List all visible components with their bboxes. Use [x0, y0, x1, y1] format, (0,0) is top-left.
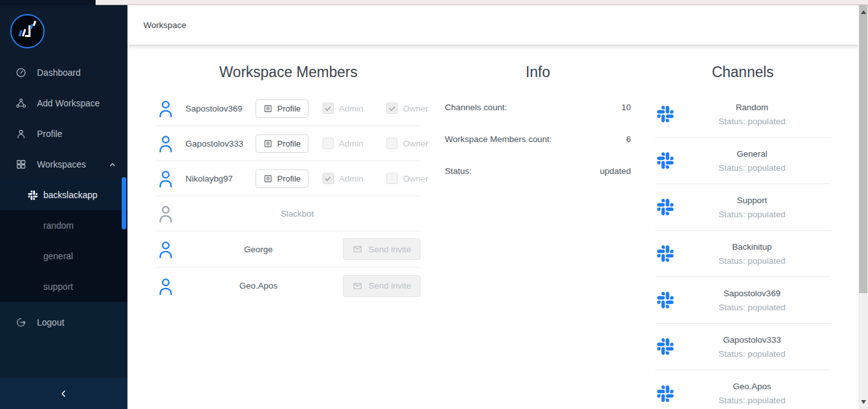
sidebar-item-channel-support[interactable]: support [0, 271, 127, 302]
scrollbar-up-arrow[interactable] [858, 9, 868, 15]
top-bar: Workspace [127, 5, 858, 45]
logout-icon [15, 317, 27, 328]
page-scrollbar[interactable] [858, 5, 868, 409]
sidebar-nav: Dashboard Add Workspace Profile Workspac… [0, 57, 127, 180]
sidebar-scrollbar-thumb[interactable] [122, 177, 126, 229]
slack-icon [657, 292, 674, 308]
sidebar-item-dashboard[interactable]: Dashboard [0, 57, 127, 88]
slack-icon [28, 190, 38, 200]
sidebar-channel-label: general [43, 251, 73, 261]
owner-checkbox-group: Owner [386, 173, 428, 184]
browser-top-strip-dark-segment [0, 0, 96, 5]
channel-name: Sapostolov369 [674, 289, 830, 298]
channel-status: Status: populated [674, 396, 830, 405]
sidebar-item-add-workspace[interactable]: Add Workspace [0, 88, 127, 118]
active-workspace-label: backslackapp [43, 190, 98, 200]
channels-list: Random Status: populated General Status:… [655, 91, 830, 409]
profile-button[interactable]: Profile [256, 169, 308, 188]
channel-row: Support Status: populated [655, 184, 830, 231]
admin-checkbox-label: Admin [339, 139, 363, 148]
sidebar-item-label: Profile [37, 129, 62, 139]
channel-info: Gapostolov333 Status: populated [674, 335, 830, 359]
sidebar-item-profile[interactable]: Profile [0, 118, 127, 149]
member-name: Gapostolov333 [185, 139, 256, 148]
info-section: Info Channels count: 10 Workspace Member… [445, 45, 631, 187]
send-invite-label: Send invite [368, 281, 411, 291]
admin-checkbox-label: Admin [339, 104, 363, 113]
logout-section: Logout [0, 302, 127, 378]
owner-checkbox[interactable] [386, 138, 398, 149]
channel-name: General [674, 149, 830, 159]
user-icon [157, 99, 174, 117]
channel-info: Support Status: populated [674, 196, 830, 219]
info-row: Status: updated [445, 155, 631, 187]
admin-checkbox-group: Admin [322, 173, 363, 184]
send-invite-button[interactable]: Send invite [343, 238, 421, 260]
admin-checkbox[interactable] [322, 138, 334, 149]
owner-checkbox-group: Owner [386, 138, 428, 149]
channel-status: Status: populated [674, 210, 830, 219]
chevron-up-icon [108, 160, 117, 169]
slack-icon [657, 199, 674, 215]
scrollbar-down-arrow[interactable] [858, 399, 868, 405]
profile-button[interactable]: Profile [256, 134, 308, 153]
sidebar-item-active-workspace[interactable]: backslackapp [0, 180, 127, 210]
profile-card-icon [263, 104, 273, 113]
dashboard-icon [15, 67, 27, 78]
chevron-left-icon [58, 388, 69, 399]
owner-checkbox[interactable] [386, 173, 398, 184]
sidebar-item-channel-random[interactable]: random [0, 210, 127, 241]
channel-row: General Status: populated [655, 138, 830, 184]
user-icon [157, 134, 174, 152]
sidebar-item-label: Dashboard [37, 68, 81, 78]
info-label: Workspace Members count: [445, 134, 552, 144]
add-workspace-icon [15, 97, 27, 109]
channel-info: Sapostolov369 Status: populated [674, 289, 830, 312]
info-row: Workspace Members count: 6 [445, 123, 631, 155]
channel-status: Status: populated [674, 303, 830, 312]
owner-checkbox-label: Owner [403, 104, 428, 113]
member-name: Geo.Apos [174, 281, 343, 291]
app-logo [10, 14, 45, 48]
channel-info: Backinitup Status: populated [674, 242, 830, 266]
send-invite-label: Send invite [368, 245, 411, 254]
page-scrollbar-thumb[interactable] [859, 5, 867, 293]
info-list: Channels count: 10 Workspace Members cou… [445, 91, 631, 187]
slack-icon [657, 385, 674, 402]
sidebar-item-workspaces[interactable]: Workspaces [0, 149, 127, 180]
sidebar: Dashboard Add Workspace Profile Workspac… [0, 5, 127, 409]
channel-row: Backinitup Status: populated [655, 231, 830, 277]
sidebar-collapse-button[interactable] [0, 378, 127, 409]
member-row: Gapostolov333 Profile Admin Owner [156, 126, 421, 161]
channel-name: Support [674, 196, 830, 205]
workspace-members-section: Workspace Members Sapostolov369 Profile … [156, 45, 421, 304]
channel-name: Random [674, 103, 830, 112]
info-value: 6 [626, 134, 631, 144]
sidebar-item-channel-general[interactable]: general [0, 241, 127, 271]
info-section-title: Info [445, 64, 631, 81]
send-invite-button[interactable]: Send invite [343, 275, 421, 297]
member-row: George Send invite [156, 231, 421, 268]
logout-label: Logout [37, 317, 64, 327]
channels-section-title: Channels [655, 64, 830, 81]
channel-status: Status: populated [674, 256, 830, 266]
channel-status: Status: populated [674, 349, 830, 359]
owner-checkbox[interactable] [386, 103, 398, 114]
channel-info: Geo.Apos Status: populated [674, 382, 830, 405]
admin-checkbox[interactable] [322, 103, 334, 114]
profile-button[interactable]: Profile [256, 99, 308, 118]
channel-row: Sapostolov369 Status: populated [655, 277, 830, 324]
members-list: Sapostolov369 Profile Admin Owner Gapost… [156, 91, 421, 304]
member-row: Nikolaybg97 Profile Admin Owner [156, 161, 421, 196]
info-value: updated [600, 166, 631, 176]
admin-checkbox[interactable] [322, 173, 334, 184]
workspace-submenu: backslackapp random general support [0, 180, 127, 302]
sidebar-item-logout[interactable]: Logout [0, 307, 127, 338]
workspaces-icon [15, 159, 27, 170]
admin-checkbox-label: Admin [339, 174, 363, 183]
channel-status: Status: populated [674, 117, 830, 126]
main-content: Workspace Members Sapostolov369 Profile … [127, 45, 858, 409]
channels-section: Channels Random Status: populated Genera… [655, 45, 830, 409]
member-name: Sapostolov369 [185, 104, 256, 113]
member-name: Slackbot [174, 209, 421, 219]
